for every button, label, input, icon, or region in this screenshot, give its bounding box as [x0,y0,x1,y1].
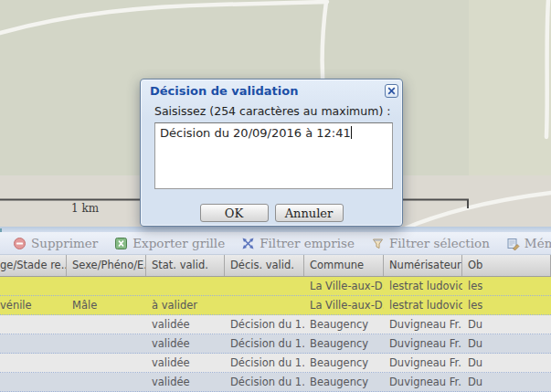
cell [67,354,146,372]
delete-button[interactable]: Supprimer [5,234,105,253]
close-icon [387,87,396,95]
cell: Duvigneau Fr... [384,354,462,372]
cell: validée [146,315,225,334]
cell: Duvigneau Fr... [384,373,462,391]
cell: validée [146,334,225,353]
cell: Du [462,373,551,391]
cancel-button[interactable]: Annuler [275,204,344,222]
dialog-button-row: OK Annuler [141,204,402,222]
cell [67,277,146,295]
cell: Du [462,334,551,353]
textarea-value: Décision du 20/09/2016 à 12:41 [160,126,351,140]
cell [0,277,67,295]
cell: validée [146,354,225,372]
export-grid-label: Exporter grille [132,236,225,250]
cell: Beaugency [304,373,384,391]
delete-label: Supprimer [31,236,98,250]
memorize-selection-label: Mémoriser sélection [525,236,551,250]
table-row-selected[interactable]: vénile Mâle à valider La Ville-aux-D... … [0,296,551,315]
cell: Beaugency [304,315,384,334]
export-excel-icon [114,237,128,250]
cell [225,296,304,314]
cell: à valider [146,296,225,314]
text-cursor [351,126,352,139]
cell: Décision du 1... [225,315,304,334]
dialog-prompt-label: Saisissez (254 caractères au maximum) : [154,104,390,118]
cell [0,315,67,334]
cell: lestrat ludovic [384,296,462,314]
cell: La Ville-aux-D... [304,277,384,295]
cell [0,354,67,372]
filter-extent-icon [241,237,255,250]
cell: les [462,296,551,314]
cell: Mâle [67,296,146,314]
table-row[interactable]: validée Décision du 1... Beaugency Duvig… [0,354,551,373]
column-header-numerisateur[interactable]: Numérisateur [384,255,462,276]
app-window: 1 km Supprimer Exporter grille [0,0,551,392]
column-header-decis-valid[interactable]: Décis. valid. [225,255,304,276]
cell [0,373,67,391]
memorize-selection-icon [506,237,520,250]
cell [67,373,146,391]
cell: Duvigneau Fr... [384,315,462,334]
table-header-row: ge/Stade re... Sexe/Phéno/E... Stat. val… [0,255,551,277]
cell [67,334,146,353]
table-row[interactable]: validée Décision du 1... Beaugency Duvig… [0,315,551,334]
cell: La Ville-aux-D... [304,296,384,314]
cell: Décision du 1... [225,354,304,372]
ok-button[interactable]: OK [200,204,269,222]
delete-icon [13,237,26,250]
cell: vénile [0,296,67,314]
close-button[interactable] [385,84,398,98]
column-header-sexe-pheno[interactable]: Sexe/Phéno/E... [67,255,146,276]
column-header-age-stade[interactable]: ge/Stade re... [0,255,67,276]
cell: lestrat ludovic [384,277,462,295]
table-row[interactable]: validée Décision du 1... Beaugency Duvig… [0,373,551,392]
cell [67,315,146,334]
filter-extent-button[interactable]: Filtrer emprise [234,234,362,253]
map-scale-label: 1 km [71,202,99,215]
cell [0,334,67,353]
table-row[interactable]: validée Décision du 1... Beaugency Duvig… [0,334,551,354]
validation-decision-dialog: Décision de validation Saisissez (254 ca… [140,79,403,227]
cell: validée [146,373,225,391]
grid-toolbar: Supprimer Exporter grille Filtrer empris… [0,232,551,255]
cell: Duvigneau Fr... [384,334,462,353]
cell [225,277,304,295]
column-header-observateur[interactable]: Ob [462,255,551,276]
filter-selection-button[interactable]: Filtrer sélection [364,234,497,253]
cell [146,277,225,295]
filter-selection-label: Filtrer sélection [389,236,490,250]
export-grid-button[interactable]: Exporter grille [107,234,232,253]
filter-selection-icon [371,237,385,250]
decision-textarea[interactable]: Décision du 20/09/2016 à 12:41 [154,122,393,189]
table-row-selected[interactable]: La Ville-aux-D... lestrat ludovic les [0,277,551,296]
table-body: La Ville-aux-D... lestrat ludovic les vé… [0,277,551,392]
cell: Décision du 1... [225,373,304,391]
filter-extent-label: Filtrer emprise [260,236,355,250]
cell: Décision du 1... [225,334,304,353]
cell: Beaugency [304,354,384,372]
memorize-selection-button[interactable]: Mémoriser sélection [499,234,551,253]
cell: Beaugency [304,334,384,353]
column-header-stat-valid[interactable]: Stat. valid. [146,255,225,276]
dialog-title: Décision de validation [150,84,298,98]
cell: Du [462,315,551,334]
cell: Du [462,354,551,372]
cell: les [462,277,551,295]
column-header-commune[interactable]: Commune [304,255,384,276]
